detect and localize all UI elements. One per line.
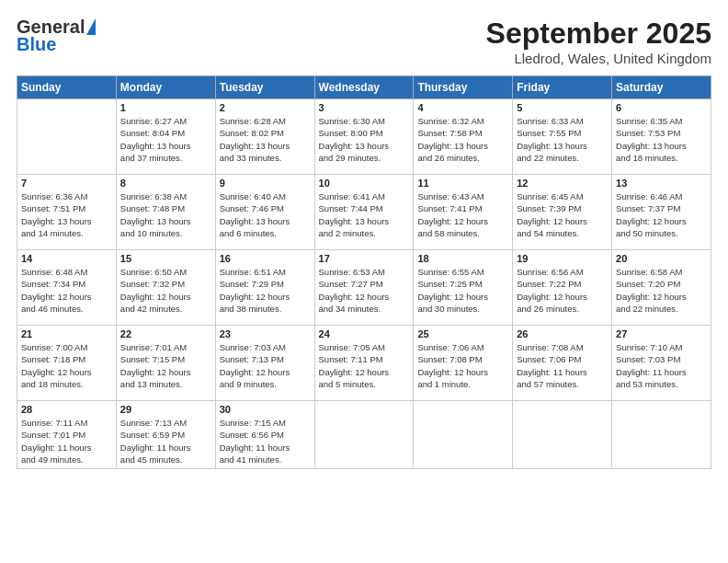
cell-line: Daylight: 13 hours [319,140,410,152]
cell-line: and 50 minutes. [616,227,707,239]
header: General Blue September 2025 Lledrod, Wal… [17,17,711,66]
day-number: 30 [220,404,311,415]
cell-line: Daylight: 11 hours [21,442,112,454]
calendar-cell: 26Sunrise: 7:08 AMSunset: 7:06 PMDayligh… [513,326,612,401]
calendar-cell: 19Sunrise: 6:56 AMSunset: 7:22 PMDayligh… [513,250,612,326]
calendar-cell: 3Sunrise: 6:30 AMSunset: 8:00 PMDaylight… [314,99,414,175]
cell-line: Daylight: 13 hours [120,140,211,152]
calendar-week-row: 7Sunrise: 6:36 AMSunset: 7:51 PMDaylight… [17,175,711,250]
logo-blue-text: Blue [17,34,56,55]
cell-line: Daylight: 11 hours [120,442,211,454]
cell-line: Sunset: 7:18 PM [21,353,112,365]
cell-line: Sunrise: 6:28 AM [220,115,311,127]
calendar-cell: 27Sunrise: 7:10 AMSunset: 7:03 PMDayligh… [612,326,711,401]
logo: General Blue [17,17,96,55]
cell-line: Sunrise: 6:51 AM [220,266,311,278]
month-title: September 2025 [486,17,711,51]
cell-line: Sunrise: 6:40 AM [220,190,311,202]
cell-line: Sunset: 8:00 PM [319,127,410,139]
day-number: 1 [120,102,211,113]
weekday-header-wednesday: Wednesday [314,76,414,99]
cell-line: and 1 minute. [417,378,508,390]
location: Lledrod, Wales, United Kingdom [486,51,711,66]
cell-line: Sunset: 7:25 PM [417,278,508,290]
cell-line: Sunset: 7:37 PM [616,202,707,214]
calendar-cell: 10Sunrise: 6:41 AMSunset: 7:44 PMDayligh… [314,175,414,250]
cell-line: and 13 minutes. [120,378,211,390]
calendar-cell: 1Sunrise: 6:27 AMSunset: 8:04 PMDaylight… [116,99,215,175]
calendar-cell [17,99,117,175]
cell-line: and 54 minutes. [517,227,608,239]
cell-line: Sunset: 7:55 PM [517,127,608,139]
cell-line: and 22 minutes. [517,152,608,164]
calendar-cell: 21Sunrise: 7:00 AMSunset: 7:18 PMDayligh… [17,326,117,401]
cell-line: Daylight: 13 hours [616,140,707,152]
calendar-cell: 9Sunrise: 6:40 AMSunset: 7:46 PMDaylight… [215,175,314,250]
cell-line: and 45 minutes. [120,454,211,465]
calendar-cell: 8Sunrise: 6:38 AMSunset: 7:48 PMDaylight… [116,175,215,250]
page: General Blue September 2025 Lledrod, Wal… [0,0,728,563]
cell-line: Daylight: 13 hours [517,140,608,152]
cell-line: Sunset: 8:02 PM [220,127,311,139]
cell-line: Sunset: 7:46 PM [220,202,311,214]
calendar-week-row: 14Sunrise: 6:48 AMSunset: 7:34 PMDayligh… [17,250,711,326]
cell-line: and 18 minutes. [616,152,707,164]
calendar-cell: 30Sunrise: 7:15 AMSunset: 6:56 PMDayligh… [215,401,314,469]
day-number: 22 [120,328,211,339]
cell-line: Sunset: 7:29 PM [220,278,311,290]
calendar-cell: 25Sunrise: 7:06 AMSunset: 7:08 PMDayligh… [414,326,513,401]
cell-line: Daylight: 12 hours [319,366,410,378]
cell-line: Sunset: 7:34 PM [21,278,112,290]
calendar-cell: 16Sunrise: 6:51 AMSunset: 7:29 PMDayligh… [215,250,314,326]
cell-line: Daylight: 13 hours [220,140,311,152]
cell-line: and 26 minutes. [517,303,608,315]
day-number: 11 [417,178,508,189]
cell-line: Sunrise: 6:56 AM [517,266,608,278]
weekday-header-monday: Monday [116,76,215,99]
calendar-cell: 18Sunrise: 6:55 AMSunset: 7:25 PMDayligh… [414,250,513,326]
day-number: 6 [616,102,707,113]
day-number: 29 [120,404,211,415]
cell-line: Sunset: 7:48 PM [120,202,211,214]
cell-line: and 26 minutes. [417,152,508,164]
cell-line: Daylight: 12 hours [417,366,508,378]
cell-line: Sunset: 6:56 PM [220,429,311,441]
calendar-cell: 2Sunrise: 6:28 AMSunset: 8:02 PMDaylight… [215,99,314,175]
cell-line: and 33 minutes. [220,152,311,164]
cell-line: and 37 minutes. [120,152,211,164]
cell-line: and 22 minutes. [616,303,707,315]
cell-line: Sunrise: 7:01 AM [120,341,211,353]
cell-line: Sunrise: 6:33 AM [517,115,608,127]
day-number: 14 [21,253,112,264]
cell-line: and 2 minutes. [319,227,410,239]
calendar-cell: 29Sunrise: 7:13 AMSunset: 6:59 PMDayligh… [116,401,215,469]
cell-line: Daylight: 12 hours [417,291,508,303]
cell-line: and 10 minutes. [120,227,211,239]
cell-line: and 18 minutes. [21,378,112,390]
cell-line: and 14 minutes. [21,227,112,239]
cell-line: Daylight: 11 hours [220,442,311,454]
cell-line: and 46 minutes. [21,303,112,315]
day-number: 19 [517,253,608,264]
cell-line: Sunrise: 6:58 AM [616,266,707,278]
cell-line: Daylight: 13 hours [319,215,410,227]
weekday-header-friday: Friday [513,76,612,99]
cell-line: Daylight: 12 hours [120,366,211,378]
cell-line: Sunrise: 6:36 AM [21,190,112,202]
cell-line: Daylight: 11 hours [517,366,608,378]
day-number: 25 [417,328,508,339]
weekday-header-saturday: Saturday [612,76,711,99]
calendar-cell: 15Sunrise: 6:50 AMSunset: 7:32 PMDayligh… [116,250,215,326]
cell-line: Sunset: 7:51 PM [21,202,112,214]
cell-line: Sunrise: 6:41 AM [319,190,410,202]
cell-line: and 58 minutes. [417,227,508,239]
cell-line: Daylight: 11 hours [616,366,707,378]
day-number: 20 [616,253,707,264]
calendar-cell: 12Sunrise: 6:45 AMSunset: 7:39 PMDayligh… [513,175,612,250]
cell-line: and 34 minutes. [319,303,410,315]
day-number: 17 [319,253,410,264]
cell-line: and 5 minutes. [319,378,410,390]
cell-line: and 57 minutes. [517,378,608,390]
cell-line: Sunrise: 6:50 AM [120,266,211,278]
calendar-cell: 22Sunrise: 7:01 AMSunset: 7:15 PMDayligh… [116,326,215,401]
